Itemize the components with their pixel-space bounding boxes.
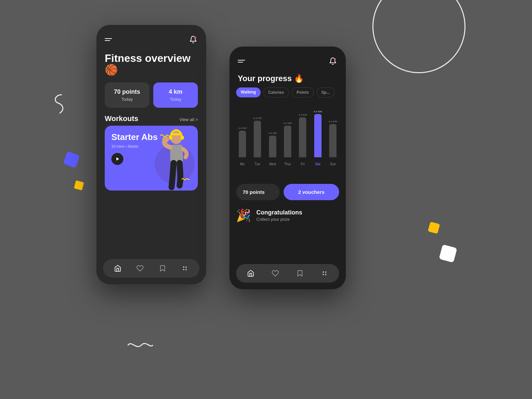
bar-fri-label: 4.4 KM [299,113,307,116]
left-bottom-nav [103,259,200,278]
diamond-white-decoration [439,244,457,263]
svg-point-9 [186,267,187,268]
congrats-subtitle: Collect your prize [256,217,302,222]
diamond-blue-decoration [63,151,80,168]
card-squiggle-bottom-decoration [181,176,190,185]
vouchers-badge[interactable]: 2 vouchers [284,184,339,200]
nav-bookmark-icon[interactable] [158,264,167,273]
svg-point-14 [325,272,326,273]
notification-bell-icon[interactable] [189,35,198,44]
left-phone-header [96,25,206,49]
svg-point-10 [183,269,184,270]
view-all-link[interactable]: View all > [179,117,198,122]
bar-wed: 4.4 KM [266,107,279,157]
congratulations-row[interactable]: 🎉 Congratulations Collect your prize [229,205,346,229]
diamond-yellow-small-decoration [74,180,84,191]
workout-play-button[interactable] [111,153,123,165]
right-phone-header [229,47,346,71]
nav-heart-icon[interactable] [135,264,145,273]
right-nav-heart-icon[interactable] [271,269,280,278]
bar-thur: 4.4 KM [281,107,294,157]
bar-mo-bar [239,131,246,157]
svg-marker-1 [116,157,119,161]
km-stat-card: 4 km Today [153,82,198,108]
diamond-yellow-right-decoration [428,222,440,234]
right-nav-home-icon[interactable] [246,269,255,278]
bar-sun-label: 4.4 KM [329,120,337,123]
bar-mo-label: 4.4 KM [238,127,246,130]
day-mo: Mo [236,162,248,166]
stats-row: 70 points Today 4 km Today [96,82,206,114]
squiggle-bottom-decoration [126,336,153,356]
congrats-title: Congratulations [256,209,302,216]
right-notification-bell-icon[interactable] [328,57,337,66]
svg-point-8 [183,267,184,268]
day-tue: Tue [251,162,263,166]
progress-chart: 4.4 KM 4.4 KM 4.4 KM 4.4 KM 4.4 KM [229,104,346,177]
day-sat: Sat [312,162,324,166]
km-value: 4 km [169,88,182,95]
tabs-row: Walking Calories Points Sp... [229,87,346,104]
workouts-title: Workouts [105,114,138,123]
workout-card[interactable]: Starter Abs 10 mins • Starter [105,126,198,191]
svg-point-15 [323,274,324,275]
points-value: 70 points [114,88,140,95]
points-vouchers-row: 70 points 2 vouchers [229,177,346,205]
workouts-section-header: Workouts View all > [96,114,206,126]
chart-days: Mo Tue Wed Thur Fri Sat Sun [236,161,339,168]
day-fri: Fri [297,162,309,166]
bar-thur-bar [284,126,291,157]
bar-tue-label: 4.4 KM [253,117,261,120]
bar-sun-bar [329,124,336,157]
left-phone-title: Fitness overview 🏀 [96,49,206,82]
day-thur: Thur [281,162,294,166]
congrats-icon: 🎉 [236,208,251,222]
tab-points[interactable]: Points [292,87,314,97]
bar-tue-bar [254,121,261,157]
bar-fri-bar [299,117,306,157]
svg-point-16 [325,274,326,275]
right-nav-bookmark-icon[interactable] [295,269,305,278]
chart-bars: 4.4 KM 4.4 KM 4.4 KM 4.4 KM 4.4 KM [236,107,339,161]
workout-meta: 10 mins • Starter [111,144,191,148]
points-stat-card: 70 points Today [105,82,149,108]
bar-mo: 4.4 KM [236,107,248,157]
tab-calories[interactable]: Calories [263,87,289,97]
svg-point-0 [194,37,196,39]
nav-grid-icon[interactable] [180,264,190,273]
bar-tue: 4.4 KM [251,107,263,157]
bar-sat-label: 4.4 KM [314,110,322,113]
congrats-text: Congratulations Collect your prize [256,209,302,222]
bar-sun: 4.4 KM [327,107,339,157]
bg-circle-decoration [372,0,466,73]
menu-icon[interactable] [105,38,112,41]
bar-wed-bar [269,136,276,157]
right-nav-grid-icon[interactable] [320,269,329,278]
right-phone: Your progress 🔥 Walking Calories Points … [229,47,346,289]
squiggle-left-decoration [52,93,71,121]
right-menu-icon[interactable] [238,60,245,63]
points-badge: 70 points [236,184,280,200]
workout-title: Starter Abs [111,132,191,142]
svg-point-13 [323,272,324,273]
day-wed: Wed [266,162,279,166]
day-sun: Sun [327,162,339,166]
bar-sat-bar [314,114,322,157]
svg-point-12 [334,58,336,60]
svg-point-11 [186,269,187,270]
right-phone-title: Your progress 🔥 [229,71,346,87]
left-phone: Fitness overview 🏀 70 points Today 4 km … [96,25,206,284]
nav-home-icon[interactable] [113,264,122,273]
km-label: Today [170,97,182,102]
right-bottom-nav [236,264,339,283]
bar-wed-label: 4.4 KM [268,132,277,135]
bar-fri: 4.4 KM [297,107,309,157]
card-squiggle-decoration [160,132,170,142]
tab-walking[interactable]: Walking [236,87,261,97]
tab-speed[interactable]: Sp... [317,87,335,97]
points-label: Today [121,97,133,102]
bar-thur-label: 4.4 KM [283,122,292,125]
bar-sat: 4.4 KM [312,107,324,157]
